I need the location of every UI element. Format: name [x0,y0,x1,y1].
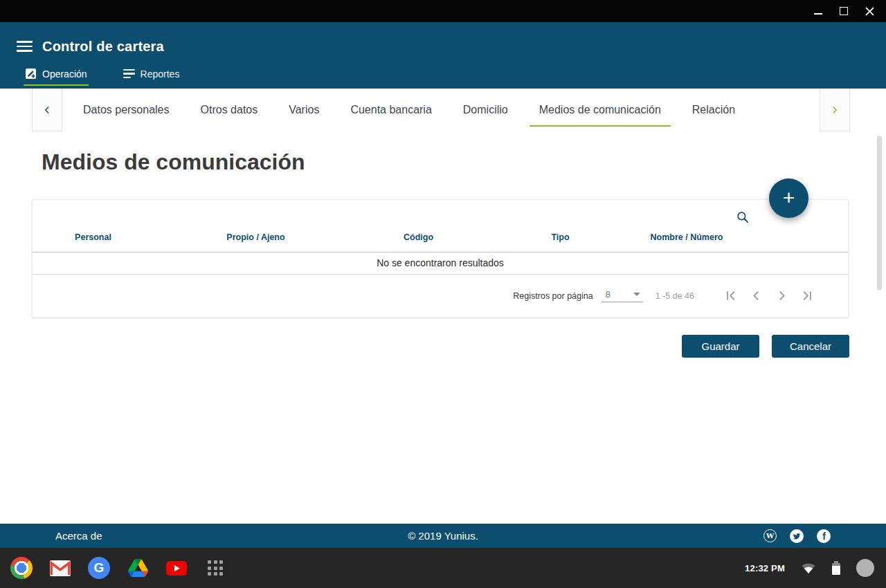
last-page-button[interactable] [800,288,815,303]
cancel-button[interactable]: Cancelar [772,335,849,358]
nav-tab-label: Operación [42,68,87,80]
tab-medios-de-comunicacion[interactable]: Medios de comunicación [530,89,671,131]
column-header-personal: Personal [33,232,154,242]
rows-per-page-select[interactable]: 8 [602,289,643,302]
nav-tab-label: Reportes [141,68,180,80]
close-icon [865,7,874,16]
tabs-scroll-right-button[interactable] [820,89,850,131]
pagination-bar: Registros por página 8 1 -5 de 46 [33,275,848,317]
minimize-icon [814,13,822,15]
form-actions: Guardar Cancelar [682,335,849,358]
maximize-button[interactable] [838,6,849,17]
tabs-row: Datos personales Otros datos Varios Cuen… [62,89,820,131]
last-page-icon [800,288,815,303]
apps-grid-icon[interactable] [204,557,226,579]
youtube-icon[interactable] [165,557,188,579]
close-button[interactable] [864,6,875,17]
tab-datos-personales[interactable]: Datos personales [73,89,179,131]
pager-controls [723,288,815,303]
account-avatar[interactable] [856,559,874,577]
rows-per-page-label: Registros por página [513,291,593,301]
tab-relacion[interactable]: Relación [682,89,745,131]
dropdown-arrow-icon [633,293,640,296]
google-icon[interactable]: G [88,557,110,579]
battery-icon [832,561,840,575]
empty-state-message: No se encontraron resultados [377,257,504,268]
taskbar: G 12:32 PM [0,548,886,588]
chevron-right-icon [775,288,789,303]
column-header-nombre-numero: Nombre / Número [642,232,732,242]
chevron-left-icon [749,288,763,303]
scrollbar[interactable] [877,136,882,291]
nav-tab-reportes[interactable]: Reportes [122,65,181,86]
nav-tab-operacion[interactable]: Operación [24,65,89,86]
tab-label: Datos personales [83,104,170,116]
column-header-tipo: Tipo [479,232,642,242]
column-header-propio-ajeno: Propio / Ajeno [154,232,358,242]
table-header: Personal Propio / Ajeno Código Tipo Nomb… [33,200,848,252]
tabs-scroll-left-button[interactable] [32,89,62,131]
system-tray[interactable]: 12:32 PM [745,559,874,577]
plus-icon: + [783,186,795,210]
social-links: W f [763,529,831,543]
tab-varios[interactable]: Varios [279,89,329,131]
chevron-right-icon [830,105,840,115]
twitter-icon[interactable] [790,529,804,543]
clock: 12:32 PM [745,563,785,573]
tab-label: Relación [692,104,735,116]
facebook-icon[interactable]: f [817,529,831,543]
chevron-left-icon [42,105,52,115]
menu-button[interactable] [17,41,33,52]
post-add-icon [25,68,37,80]
wordpress-icon[interactable]: W [763,529,777,542]
tab-cuenta-bancaria[interactable]: Cuenta bancaria [341,89,441,131]
rows-per-page-value: 8 [606,289,611,300]
section-tabs: Datos personales Otros datos Varios Cuen… [32,89,850,131]
pinned-apps: G [10,557,226,579]
maximize-icon [840,7,848,15]
about-link[interactable]: Acerca de [55,530,102,542]
search-button[interactable] [736,210,750,224]
copyright-text: © 2019 Yunius. [408,530,478,542]
first-page-icon [723,288,738,303]
google-drive-icon[interactable] [127,557,149,579]
chrome-icon[interactable] [10,557,33,579]
tab-label: Domicilio [463,104,508,116]
first-page-button[interactable] [723,288,738,303]
save-button[interactable]: Guardar [682,335,759,358]
previous-page-button[interactable] [749,288,763,303]
tab-label: Medios de comunicación [539,104,661,116]
add-button[interactable]: + [769,178,808,218]
main-content: Medios de comunicación + Personal Propio… [0,131,886,524]
gmail-icon[interactable] [49,557,71,579]
search-icon [736,210,750,224]
column-header-codigo: Código [358,232,479,242]
results-table-card: Personal Propio / Ajeno Código Tipo Nomb… [32,199,849,318]
tab-label: Varios [289,104,319,116]
window-titlebar [0,0,886,22]
list-icon [123,69,135,79]
page-footer: Acerca de © 2019 Yunius. W f [0,524,886,548]
app-header: Control de cartera Operación Reportes [0,22,886,89]
tab-otros-datos[interactable]: Otros datos [191,89,268,131]
pagination-range: 1 -5 de 46 [656,291,694,301]
app-title: Control de cartera [42,39,164,55]
page-title: Medios de comunicación [42,149,305,175]
tab-domicilio[interactable]: Domicilio [453,89,518,131]
wifi-icon [801,562,816,574]
empty-state-row: No se encontraron resultados [33,252,848,275]
next-page-button[interactable] [775,288,789,303]
primary-nav: Operación Reportes [0,65,886,86]
tab-label: Cuenta bancaria [350,104,431,116]
minimize-button[interactable] [813,6,824,17]
tab-label: Otros datos [201,104,258,116]
